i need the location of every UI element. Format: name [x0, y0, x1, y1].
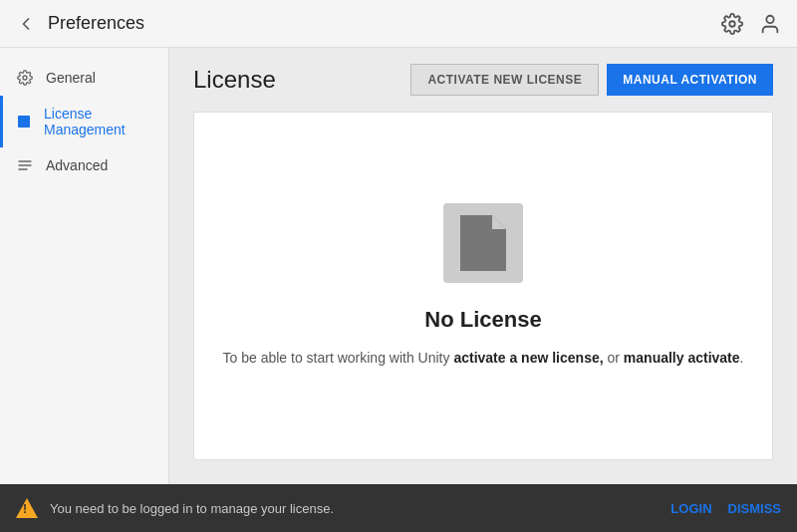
advanced-icon [16, 157, 34, 173]
main-content: General License Management Advanced [0, 48, 797, 484]
no-license-description: To be able to start working with Unity a… [223, 347, 744, 369]
back-button[interactable] [16, 14, 36, 34]
top-bar: Preferences [0, 0, 797, 48]
activate-new-license-button[interactable]: ACTIVATE NEW LICENSE [410, 64, 599, 96]
manual-activation-button[interactable]: MANUAL ACTIVATION [607, 64, 773, 96]
no-license-desc-mid: or [604, 350, 624, 366]
sidebar: General License Management Advanced [0, 48, 169, 484]
general-icon [16, 70, 34, 86]
svg-marker-8 [492, 215, 506, 229]
warning-icon [16, 498, 38, 518]
top-bar-left: Preferences [16, 13, 721, 34]
sidebar-item-license[interactable]: License Management [0, 96, 168, 147]
svg-rect-3 [18, 116, 30, 128]
sidebar-license-label: License Management [44, 106, 152, 137]
notification-actions: LOGIN DISMISS [670, 501, 781, 516]
settings-icon[interactable] [721, 13, 743, 35]
sidebar-item-general[interactable]: General [0, 60, 168, 96]
svg-point-1 [766, 15, 773, 22]
no-license-desc-prefix: To be able to start working with Unity [223, 350, 454, 366]
notification-message: You need to be logged in to manage your … [50, 501, 334, 516]
sidebar-item-advanced[interactable]: Advanced [0, 147, 168, 183]
no-license-icon-container [443, 203, 523, 283]
top-bar-icons [721, 13, 781, 35]
page-title: License [193, 66, 276, 94]
notification-left: You need to be logged in to manage your … [16, 498, 670, 518]
sidebar-advanced-label: Advanced [46, 157, 108, 173]
svg-point-2 [23, 76, 27, 80]
dismiss-button[interactable]: DISMISS [728, 501, 781, 516]
no-license-link2: manually activate [624, 350, 740, 366]
license-icon [16, 114, 32, 130]
sidebar-general-label: General [46, 70, 96, 86]
notification-bar: You need to be logged in to manage your … [0, 484, 797, 532]
header-buttons: ACTIVATE NEW LICENSE MANUAL ACTIVATION [410, 64, 773, 96]
app-title: Preferences [48, 13, 144, 34]
license-panel: No License To be able to start working w… [193, 112, 773, 460]
document-icon [460, 215, 506, 271]
login-button[interactable]: LOGIN [670, 501, 711, 516]
no-license-desc-suffix: . [740, 350, 744, 366]
no-license-title: No License [424, 307, 541, 333]
account-icon[interactable] [759, 13, 781, 35]
svg-point-0 [729, 21, 735, 27]
content-header: License ACTIVATE NEW LICENSE MANUAL ACTI… [169, 48, 797, 112]
content-area: License ACTIVATE NEW LICENSE MANUAL ACTI… [169, 48, 797, 484]
no-license-link1: activate a new license, [453, 350, 603, 366]
